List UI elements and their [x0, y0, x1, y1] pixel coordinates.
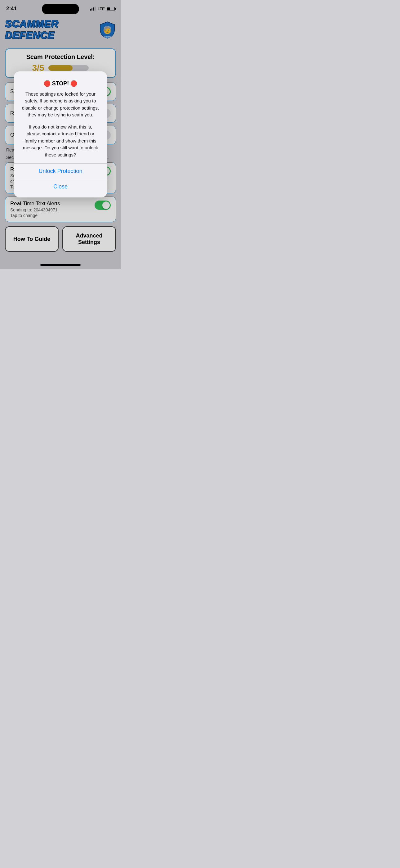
unlock-protection-button[interactable]: Unlock Protection — [22, 164, 100, 179]
modal-overlay[interactable]: 🛑 STOP! 🛑 These settings are locked for … — [0, 0, 121, 269]
modal-title: 🛑 STOP! 🛑 — [22, 80, 100, 87]
stop-modal: 🛑 STOP! 🛑 These settings are locked for … — [14, 71, 107, 198]
dynamic-island — [42, 4, 79, 14]
modal-body-1: These settings are locked for your safet… — [22, 91, 100, 119]
close-button[interactable]: Close — [22, 179, 100, 194]
modal-body-2: If you do not know what this is, please … — [22, 124, 100, 159]
